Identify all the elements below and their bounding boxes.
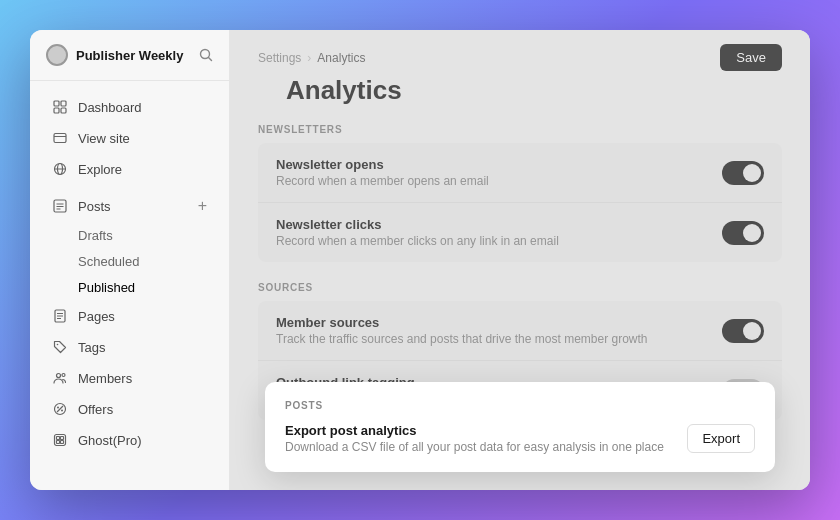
brand: Publisher Weekly	[46, 44, 183, 66]
add-post-icon[interactable]: +	[198, 197, 207, 215]
posts-section: Posts + Drafts Scheduled Published	[30, 190, 229, 300]
svg-rect-6	[54, 134, 66, 143]
svg-rect-3	[61, 101, 66, 106]
svg-point-20	[57, 374, 61, 378]
main-content: Settings › Analytics Save Analytics NEWS…	[230, 30, 810, 490]
sidebar-item-dashboard[interactable]: Dashboard	[36, 92, 223, 122]
svg-rect-27	[57, 437, 60, 440]
svg-rect-5	[61, 108, 66, 113]
brand-name: Publisher Weekly	[76, 48, 183, 63]
svg-point-19	[57, 344, 59, 346]
search-icon[interactable]	[199, 48, 213, 62]
svg-line-1	[209, 58, 212, 61]
app-window: Publisher Weekly	[30, 30, 810, 490]
posts-export-label: POSTS	[285, 400, 755, 411]
sidebar-nav: Dashboard View site	[30, 81, 229, 490]
svg-point-25	[61, 410, 63, 412]
svg-point-21	[62, 374, 65, 377]
sidebar-item-members[interactable]: Members	[36, 363, 223, 393]
ghost-pro-icon	[52, 432, 68, 448]
export-row: Export post analytics Download a CSV fil…	[285, 423, 755, 454]
sidebar-item-pages[interactable]: Pages	[36, 301, 223, 331]
explore-icon	[52, 161, 68, 177]
tags-icon	[52, 339, 68, 355]
members-icon	[52, 370, 68, 386]
sidebar-item-scheduled[interactable]: Scheduled	[36, 249, 223, 274]
sidebar-item-view-site[interactable]: View site	[36, 123, 223, 153]
sidebar-item-offers[interactable]: Offers	[36, 394, 223, 424]
svg-rect-28	[61, 437, 64, 440]
offers-icon	[52, 401, 68, 417]
view-site-icon	[52, 130, 68, 146]
sidebar-item-posts[interactable]: Posts +	[36, 190, 223, 222]
sidebar-item-ghost-pro[interactable]: Ghost(Pro)	[36, 425, 223, 455]
svg-rect-30	[61, 441, 64, 444]
dashboard-icon	[52, 99, 68, 115]
sidebar: Publisher Weekly	[30, 30, 230, 490]
posts-icon	[52, 198, 68, 214]
sidebar-item-published[interactable]: Published	[36, 275, 223, 300]
sidebar-header: Publisher Weekly	[30, 30, 229, 81]
pages-icon	[52, 308, 68, 324]
posts-export-card: POSTS Export post analytics Download a C…	[265, 382, 775, 472]
overlay-backdrop: POSTS Export post analytics Download a C…	[230, 30, 810, 490]
svg-rect-4	[54, 108, 59, 113]
export-desc: Download a CSV file of all your post dat…	[285, 440, 664, 454]
brand-icon	[46, 44, 68, 66]
svg-rect-2	[54, 101, 59, 106]
svg-rect-26	[55, 435, 66, 446]
svg-point-24	[57, 407, 59, 409]
svg-rect-29	[57, 441, 60, 444]
sidebar-item-explore[interactable]: Explore	[36, 154, 223, 184]
sidebar-item-drafts[interactable]: Drafts	[36, 223, 223, 248]
sidebar-item-tags[interactable]: Tags	[36, 332, 223, 362]
export-title: Export post analytics	[285, 423, 664, 438]
export-button[interactable]: Export	[687, 424, 755, 453]
